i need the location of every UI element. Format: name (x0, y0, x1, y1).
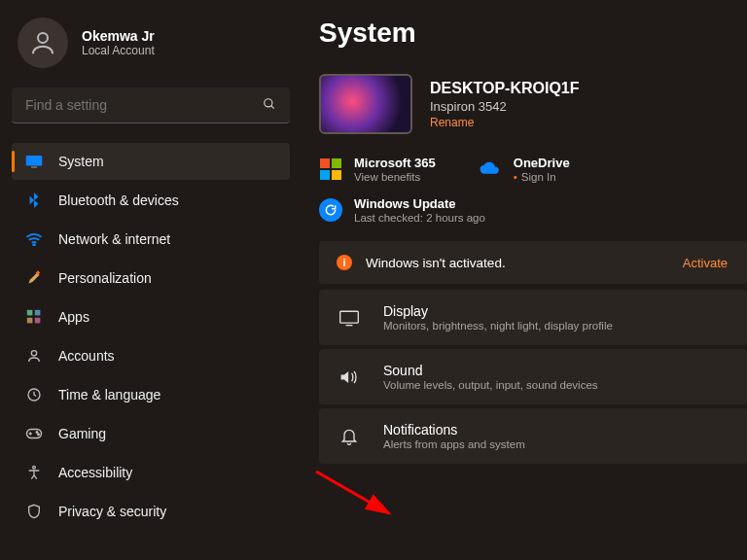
rename-link[interactable]: Rename (430, 116, 580, 129)
onedrive-sub: •Sign In (514, 171, 570, 183)
brush-icon (25, 269, 43, 287)
setting-sub: Volume levels, output, input, sound devi… (383, 379, 598, 391)
alert-icon: i (337, 255, 352, 270)
sidebar-item-bluetooth[interactable]: Bluetooth & devices (12, 182, 290, 219)
svg-line-2 (271, 105, 274, 108)
setting-title: Sound (383, 363, 598, 378)
svg-point-0 (38, 33, 48, 43)
device-model: Inspiron 3542 (430, 99, 580, 114)
user-profile[interactable]: Okemwa Jr Local Account (12, 18, 290, 68)
nav-label: Gaming (58, 426, 106, 441)
sidebar-item-personalization[interactable]: Personalization (12, 260, 290, 297)
main-panel: System DESKTOP-KROIQ1F Inspiron 3542 Ren… (302, 0, 747, 560)
svg-rect-3 (26, 156, 43, 166)
wifi-icon (25, 230, 43, 248)
svg-rect-7 (27, 310, 33, 316)
svg-point-14 (36, 432, 38, 434)
sidebar-item-time[interactable]: Time & language (12, 376, 290, 413)
user-account-type: Local Account (82, 44, 155, 57)
bluetooth-icon (25, 192, 43, 209)
service-windows-update[interactable]: Windows Update Last checked: 2 hours ago (319, 196, 747, 224)
search-icon (263, 97, 276, 115)
activate-link[interactable]: Activate (683, 256, 729, 270)
nav-label: Bluetooth & devices (58, 192, 179, 208)
shield-icon (25, 503, 43, 520)
gamepad-icon (25, 425, 43, 442)
svg-point-1 (265, 98, 272, 106)
sound-icon (337, 368, 362, 386)
setting-sub: Monitors, brightness, night light, displ… (383, 320, 613, 332)
nav-label: Privacy & security (58, 504, 166, 519)
search-input[interactable] (12, 88, 290, 123)
setting-sound[interactable]: Sound Volume levels, output, input, soun… (319, 349, 747, 404)
update-title: Windows Update (354, 196, 485, 211)
onedrive-title: OneDrive (514, 156, 570, 170)
nav-label: Network & internet (58, 231, 170, 247)
update-sub: Last checked: 2 hours ago (354, 212, 485, 224)
search-box (12, 88, 290, 123)
sidebar-item-system[interactable]: System (12, 143, 290, 180)
update-icon (319, 198, 342, 222)
onedrive-icon (479, 158, 502, 181)
page-title: System (319, 18, 747, 49)
svg-rect-8 (35, 310, 41, 316)
setting-sub: Alerts from apps and system (383, 438, 525, 450)
nav-label: System (58, 154, 104, 169)
activation-alert: i Windows isn't activated. Activate (319, 241, 747, 284)
device-thumbnail (319, 74, 412, 134)
nav-list: System Bluetooth & devices Network & int… (12, 143, 290, 530)
svg-rect-17 (340, 311, 359, 323)
bell-icon (337, 427, 362, 446)
setting-title: Display (383, 303, 613, 319)
setting-title: Notifications (383, 422, 525, 438)
nav-label: Accessibility (58, 465, 132, 480)
sidebar-item-accessibility[interactable]: Accessibility (12, 454, 290, 491)
sidebar-item-network[interactable]: Network & internet (12, 221, 290, 258)
device-name: DESKTOP-KROIQ1F (430, 80, 580, 97)
activation-message: Windows isn't activated. (366, 256, 506, 270)
setting-notifications[interactable]: Notifications Alerts from apps and syste… (319, 408, 747, 464)
apps-icon (25, 308, 43, 326)
nav-label: Personalization (58, 270, 152, 286)
accounts-icon (25, 347, 43, 365)
settings-app: Okemwa Jr Local Account System Bluetooth… (0, 0, 747, 560)
nav-label: Apps (58, 309, 89, 325)
nav-label: Accounts (58, 348, 115, 364)
sidebar-item-gaming[interactable]: Gaming (12, 415, 290, 452)
system-icon (25, 153, 43, 170)
sidebar-item-apps[interactable]: Apps (12, 298, 290, 335)
sidebar-item-accounts[interactable]: Accounts (12, 337, 290, 374)
m365-sub: View benefits (354, 171, 436, 183)
m365-title: Microsoft 365 (354, 156, 436, 170)
setting-display[interactable]: Display Monitors, brightness, night ligh… (319, 290, 747, 345)
services-row: Microsoft 365 View benefits OneDrive •Si… (319, 156, 747, 183)
user-text: Okemwa Jr Local Account (82, 28, 155, 57)
display-icon (337, 309, 362, 327)
sidebar: Okemwa Jr Local Account System Bluetooth… (0, 0, 302, 560)
svg-point-11 (31, 351, 36, 356)
svg-rect-9 (27, 318, 33, 324)
clock-icon (25, 386, 43, 403)
svg-point-15 (38, 434, 40, 436)
device-info-row: DESKTOP-KROIQ1F Inspiron 3542 Rename (319, 74, 747, 134)
user-name: Okemwa Jr (82, 28, 155, 44)
nav-label: Time & language (58, 387, 160, 402)
svg-point-16 (33, 466, 36, 469)
service-m365[interactable]: Microsoft 365 View benefits (319, 156, 436, 183)
avatar-icon (18, 18, 68, 68)
svg-rect-10 (35, 318, 41, 324)
svg-point-5 (33, 244, 35, 246)
service-onedrive[interactable]: OneDrive •Sign In (479, 156, 570, 183)
m365-icon (319, 158, 342, 181)
device-info: DESKTOP-KROIQ1F Inspiron 3542 Rename (430, 80, 580, 129)
sidebar-item-privacy[interactable]: Privacy & security (12, 493, 290, 530)
svg-rect-4 (31, 166, 37, 168)
accessibility-icon (25, 464, 43, 481)
